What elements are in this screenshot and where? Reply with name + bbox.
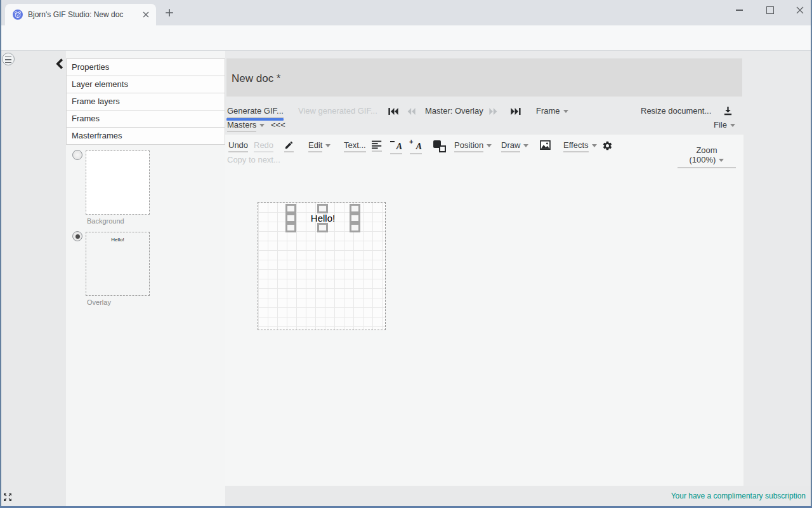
copy-to-next-button[interactable]: Copy to next...: [227, 155, 280, 164]
menu-toggle-icon[interactable]: [2, 53, 15, 65]
text-button[interactable]: Text...: [344, 140, 366, 150]
chevron-down-icon: [259, 124, 265, 130]
window-maximize-button[interactable]: [757, 0, 782, 20]
sidebar-item-frames[interactable]: Frames: [67, 110, 225, 128]
thumbnail-content-text: Hello!: [86, 237, 149, 243]
window-minimize-button[interactable]: [727, 0, 751, 20]
browser-tabstrip: Bjorn's GIF Studio: New doc: [0, 0, 812, 25]
save-download-icon[interactable]: [723, 106, 733, 116]
masterframe-thumbnail-overlay[interactable]: Hello!: [86, 232, 150, 296]
subscription-note: Your have a complimentary subscription: [225, 486, 811, 506]
arrange-copy-icon[interactable]: [433, 140, 446, 152]
site-favicon-bear-icon: [13, 10, 23, 20]
image-icon[interactable]: [540, 140, 551, 150]
chevron-down-icon: [592, 144, 597, 150]
masterframe-radio-overlay[interactable]: [72, 231, 82, 241]
masterframe-label: Overlay: [87, 298, 111, 306]
browser-navbar: backlund.org/app.aspx?app=GifStudio#Page…: [0, 25, 812, 51]
next-frame-icon[interactable]: [489, 107, 497, 116]
masters-dropdown[interactable]: Masters: [227, 120, 265, 130]
align-lines-icon[interactable]: [372, 140, 382, 154]
document-header: New doc *: [226, 58, 742, 97]
sidebar: Properties Layer elements Frame layers F…: [66, 51, 225, 506]
chevron-down-icon: [487, 144, 492, 150]
font-add-icon[interactable]: +A: [410, 140, 422, 154]
window-close-button[interactable]: [788, 0, 812, 20]
sidebar-item-layer-elements[interactable]: Layer elements: [67, 76, 225, 93]
resize-handle[interactable]: [317, 204, 328, 213]
resize-handle[interactable]: [285, 223, 296, 232]
chevron-down-icon: [563, 110, 568, 116]
resize-handle[interactable]: [285, 213, 296, 223]
pencil-tool-icon[interactable]: [284, 140, 294, 154]
toolbar-top-row2: Masters <<< File: [225, 120, 743, 133]
frame-dropdown[interactable]: Frame: [536, 106, 568, 116]
work-area: Undo Redo Edit Text... A +A Position Dra…: [225, 135, 743, 486]
settings-gear-icon[interactable]: [602, 140, 613, 151]
toolbar-edit-row1: Undo Redo Edit Text... A +A Position Dra…: [225, 140, 743, 156]
chevron-down-icon: [730, 124, 735, 130]
position-dropdown[interactable]: Position: [454, 140, 492, 150]
draw-dropdown[interactable]: Draw: [501, 140, 528, 150]
edit-dropdown[interactable]: Edit: [308, 140, 331, 150]
fullscreen-icon[interactable]: [3, 492, 13, 502]
editor-canvas[interactable]: Hello!: [258, 202, 386, 330]
new-tab-button[interactable]: [165, 8, 174, 17]
resize-handle[interactable]: [317, 223, 328, 232]
resize-handle[interactable]: [350, 223, 360, 232]
masterframe-thumbnail-background[interactable]: [86, 150, 150, 215]
skip-to-last-frame-icon[interactable]: [511, 107, 521, 116]
previous-frame-icon[interactable]: [407, 107, 416, 116]
master-status-label: Master: Overlay: [425, 106, 483, 116]
zoom-label: Zoom: [678, 145, 736, 155]
resize-document-button[interactable]: Resize document...: [641, 106, 711, 116]
resize-handle[interactable]: [350, 213, 360, 223]
tab-title: Bjorn's GIF Studio: New doc: [28, 4, 136, 25]
browser-tab[interactable]: Bjorn's GIF Studio: New doc: [5, 4, 156, 25]
app-page: Properties Layer elements Frame layers F…: [0, 51, 811, 506]
view-generated-gif-button[interactable]: View generated GIF...: [298, 106, 377, 116]
file-dropdown[interactable]: File: [714, 120, 735, 130]
generate-gif-button[interactable]: Generate GIF...: [227, 106, 284, 116]
window-edge: [0, 0, 1, 508]
collapse-frames-button[interactable]: <<<: [271, 120, 285, 130]
canvas-text-element[interactable]: Hello!: [303, 213, 343, 224]
sidebar-collapse-icon[interactable]: [56, 58, 65, 70]
undo-button[interactable]: Undo: [228, 140, 248, 150]
masterframe-radio-background[interactable]: [72, 150, 82, 160]
sidebar-item-frame-layers[interactable]: Frame layers: [67, 93, 225, 110]
skip-to-first-frame-icon[interactable]: [388, 107, 398, 116]
redo-button[interactable]: Redo: [254, 140, 273, 150]
masterframe-label: Background: [87, 217, 124, 225]
toolbar-top-row1: Generate GIF... View generated GIF... Ma…: [225, 106, 743, 120]
main-panel: New doc * Generate GIF... View generated…: [225, 51, 743, 486]
effects-dropdown[interactable]: Effects: [563, 140, 597, 150]
chevron-down-icon: [523, 144, 528, 150]
left-rail: [0, 51, 66, 506]
sidebar-item-properties[interactable]: Properties: [67, 59, 225, 76]
resize-handle[interactable]: [285, 204, 296, 213]
tab-close-icon[interactable]: [142, 11, 150, 18]
resize-handle[interactable]: [350, 204, 360, 213]
chevron-down-icon: [325, 144, 331, 150]
font-format-icon[interactable]: A: [390, 140, 402, 154]
sidebar-item-masterframes[interactable]: Masterframes: [67, 128, 225, 144]
sidebar-menu: Properties Layer elements Frame layers F…: [66, 58, 225, 145]
document-title: New doc *: [232, 72, 280, 85]
toolbar-edit-row2: Copy to next...: [225, 155, 743, 166]
